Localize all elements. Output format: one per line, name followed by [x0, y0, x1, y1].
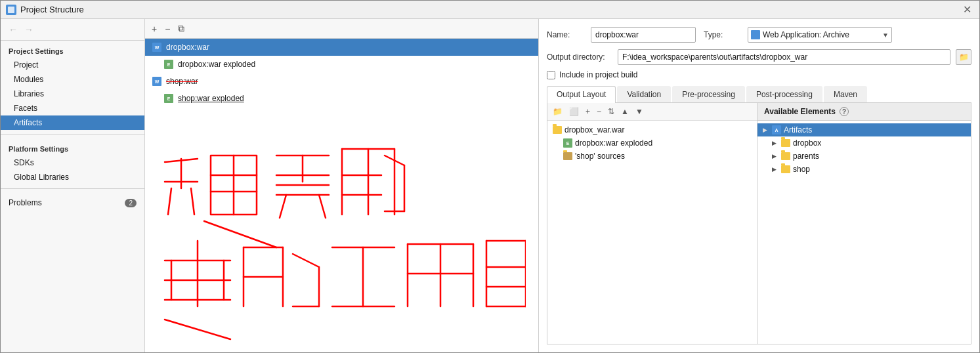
sources-icon [563, 152, 572, 161]
war-icon: W [152, 42, 162, 52]
copy-artifact-button[interactable]: ⧉ [175, 22, 187, 35]
artifacts-icon: A [772, 125, 781, 135]
main-container: ← → Project Settings Project Modules Lib… [1, 19, 979, 352]
avail-label-parents: parents [793, 152, 819, 161]
help-icon[interactable]: ? [840, 107, 849, 116]
tree-item-root-war[interactable]: dropbox_war.war [547, 123, 757, 136]
name-input[interactable] [591, 27, 696, 43]
chevron-artifacts: ▶ [763, 127, 769, 133]
type-value: Web Application: Archive [763, 30, 880, 39]
artifact-item-dropbox-war-exploded[interactable]: E dropbox:war exploded [145, 56, 538, 73]
output-tree: dropbox_war.war E dropbox:war exploded '… [547, 121, 757, 344]
avail-item-parents[interactable]: ▶ parents [757, 150, 971, 163]
type-dropdown-arrow: ▼ [882, 31, 889, 39]
available-elements-label: Available Elements [764, 107, 836, 116]
type-label: Type: [704, 30, 740, 39]
tab-maven[interactable]: Maven [824, 86, 867, 102]
close-button[interactable]: ✕ [960, 5, 974, 15]
nav-forward-button[interactable]: → [22, 23, 36, 36]
artifact-label-dropbox-war-exploded: dropbox:war exploded [178, 60, 255, 69]
output-left: 📁 ⬜ + − ⇅ ▲ ▼ dropbox_war.war [547, 103, 757, 344]
problems-section[interactable]: Problems 2 [1, 193, 144, 213]
avail-label-dropbox: dropbox [793, 138, 821, 148]
sidebar-item-artifacts[interactable]: Artifacts [1, 115, 144, 130]
output-toolbar: 📁 ⬜ + − ⇅ ▲ ▼ [547, 103, 757, 121]
add-artifact-button[interactable]: + [149, 22, 160, 35]
chevron-parents: ▶ [772, 153, 778, 159]
chevron-shop: ▶ [772, 166, 778, 173]
chevron-dropbox: ▶ [772, 140, 778, 146]
dropbox-folder-icon [781, 139, 790, 147]
artifact-label-dropbox-war: dropbox:war [166, 43, 209, 52]
platform-settings-heading: Platform Settings [1, 138, 144, 156]
output-jar-btn[interactable]: ⬜ [566, 105, 582, 118]
sidebar-item-sdks[interactable]: SDKs [1, 156, 144, 170]
output-right: Available Elements ? ▶ A Artifacts ▶ dro… [757, 103, 971, 344]
avail-item-artifacts[interactable]: ▶ A Artifacts [757, 123, 971, 136]
type-select[interactable]: Web Application: Archive ▼ [748, 27, 892, 43]
tree-item-shop-sources[interactable]: 'shop' sources [547, 150, 757, 163]
browse-folder-button[interactable]: 📁 [956, 49, 971, 65]
avail-label-artifacts: Artifacts [784, 125, 812, 135]
output-sort-btn[interactable]: ⇅ [605, 105, 617, 118]
svg-rect-0 [8, 7, 14, 13]
sidebar-item-project[interactable]: Project [1, 58, 144, 72]
tab-validation[interactable]: Validation [617, 86, 671, 102]
sidebar-divider-2 [1, 188, 144, 189]
output-dir-row: Output directory: 📁 [547, 49, 971, 65]
right-panel: Name: Type: Web Application: Archive ▼ O… [539, 19, 979, 352]
tab-post-processing[interactable]: Post-processing [746, 86, 822, 102]
shop-war-icon: W [152, 76, 162, 87]
problems-badge: 2 [125, 199, 137, 207]
artifact-item-shop-war-exploded[interactable]: E shop:war exploded [145, 90, 538, 107]
shop-folder-icon [781, 165, 790, 173]
output-dir-input[interactable] [618, 49, 950, 65]
tab-output-layout[interactable]: Output Layout [547, 86, 616, 103]
parents-folder-icon [781, 152, 790, 160]
output-content: 📁 ⬜ + − ⇅ ▲ ▼ dropbox_war.war [547, 103, 971, 344]
folder-icon [553, 125, 562, 135]
include-checkbox[interactable] [547, 71, 555, 79]
exploded-icon: E [163, 59, 174, 70]
title-bar-left: Project Structure [6, 5, 84, 15]
output-down-btn[interactable]: ▼ [633, 105, 646, 118]
available-elements-header: Available Elements ? [757, 103, 971, 121]
artifact-list: W dropbox:war E dropbox:war exploded W s… [145, 39, 538, 352]
app-icon [6, 5, 16, 15]
sidebar-item-libraries[interactable]: Libraries [1, 87, 144, 101]
remove-artifact-button[interactable]: − [162, 22, 173, 35]
sidebar-item-global-libraries[interactable]: Global Libraries [1, 170, 144, 184]
avail-item-dropbox[interactable]: ▶ dropbox [757, 136, 971, 150]
avail-label-shop: shop [793, 165, 810, 174]
exploded-tree-icon: E [563, 138, 572, 148]
sidebar-divider [1, 134, 144, 135]
sidebar-nav: ← → [1, 19, 144, 41]
output-up-btn[interactable]: ▲ [618, 105, 631, 118]
artifact-label-shop-war: shop:war [166, 77, 198, 86]
window-title: Project Structure [20, 5, 84, 14]
tab-pre-processing[interactable]: Pre-processing [672, 86, 745, 102]
include-checkbox-label[interactable]: Include in project build [559, 70, 637, 79]
output-remove-btn[interactable]: − [594, 105, 604, 118]
avail-item-shop[interactable]: ▶ shop [757, 163, 971, 176]
output-folder-btn[interactable]: 📁 [550, 105, 565, 118]
artifact-item-dropbox-war[interactable]: W dropbox:war [145, 39, 538, 56]
tabs-bar: Output Layout Validation Pre-processing … [547, 86, 971, 103]
shop-exploded-icon: E [163, 93, 174, 104]
middle-panel: + − ⧉ W dropbox:war E dropbox:war explod… [145, 19, 539, 352]
type-war-icon [751, 30, 760, 39]
sidebar-item-modules[interactable]: Modules [1, 72, 144, 87]
tree-label-shop-sources: 'shop' sources [575, 152, 625, 161]
nav-back-button[interactable]: ← [6, 23, 20, 36]
problems-label: Problems [9, 198, 42, 207]
name-label: Name: [547, 30, 583, 39]
sidebar: ← → Project Settings Project Modules Lib… [1, 19, 145, 352]
tree-item-dropbox-war-exploded[interactable]: E dropbox:war exploded [547, 136, 757, 150]
artifact-item-shop-war[interactable]: W shop:war [145, 73, 538, 90]
output-add-btn[interactable]: + [583, 105, 593, 118]
sidebar-item-facets[interactable]: Facets [1, 101, 144, 115]
title-bar: Project Structure ✕ [1, 1, 979, 19]
middle-toolbar: + − ⧉ [145, 19, 538, 39]
tree-label-root-war: dropbox_war.war [565, 125, 624, 135]
output-dir-label: Output directory: [547, 52, 612, 62]
